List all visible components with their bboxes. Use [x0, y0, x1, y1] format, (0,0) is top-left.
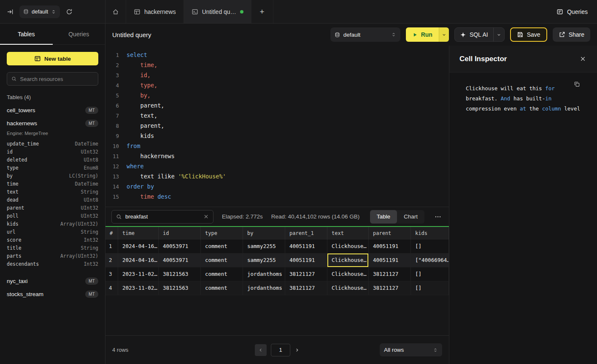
- sidebar-search[interactable]: [7, 72, 98, 86]
- table-cell[interactable]: 40051191: [285, 253, 327, 267]
- table-column-row[interactable]: kids Array(UInt32): [0, 220, 105, 228]
- column-header[interactable]: kids: [411, 227, 449, 240]
- table-cell[interactable]: comment: [201, 267, 243, 281]
- tab-home[interactable]: [105, 0, 126, 23]
- table-list-item[interactable]: cell_towers MT: [0, 104, 105, 117]
- queries-button[interactable]: Queries: [556, 0, 588, 23]
- run-button[interactable]: Run: [406, 27, 439, 42]
- table-list-item[interactable]: stocks_stream MT: [0, 288, 105, 301]
- table-cell[interactable]: 38121127: [369, 281, 411, 295]
- table-row[interactable]: 12024-04-16…40053971commentsammy22554005…: [105, 240, 449, 253]
- table-list-item[interactable]: nyc_taxi MT: [0, 275, 105, 288]
- sql-ai-button[interactable]: SQL AI: [455, 28, 493, 41]
- table-cell[interactable]: jordanthoms: [243, 281, 285, 295]
- share-button[interactable]: Share: [553, 27, 590, 42]
- sidebar-tab-queries[interactable]: Queries: [53, 24, 105, 44]
- table-column-row[interactable]: time DateTime: [0, 180, 105, 188]
- tab-untitled-query[interactable]: Untitled qu…: [184, 0, 251, 23]
- editor-line[interactable]: 3 id,: [110, 70, 449, 80]
- editor-line[interactable]: 13 text ilike '%ClickHouse%': [110, 171, 449, 181]
- page-size-selector[interactable]: All rows: [380, 343, 442, 356]
- results-search[interactable]: [111, 210, 213, 224]
- table-cell[interactable]: 2023-11-02…: [118, 281, 159, 295]
- table-cell[interactable]: []: [411, 267, 449, 281]
- column-header[interactable]: parent_1: [285, 227, 327, 240]
- close-inspector-button[interactable]: [580, 56, 586, 62]
- table-column-row[interactable]: title String: [0, 244, 105, 252]
- editor-line[interactable]: 5 by,: [110, 90, 449, 100]
- column-header[interactable]: #: [105, 227, 118, 240]
- column-header[interactable]: type: [201, 227, 243, 240]
- column-header[interactable]: id: [159, 227, 201, 240]
- table-column-row[interactable]: id UInt32: [0, 148, 105, 156]
- save-button[interactable]: Save: [510, 27, 547, 42]
- table-cell[interactable]: 38121127: [285, 267, 327, 281]
- editor-line[interactable]: 15 time desc: [110, 191, 449, 202]
- table-column-row[interactable]: update_time DateTime: [0, 140, 105, 148]
- editor-line[interactable]: 12 where: [110, 161, 449, 171]
- column-header[interactable]: parent: [369, 227, 411, 240]
- table-cell[interactable]: 40051191: [369, 253, 411, 267]
- table-cell[interactable]: 38121563: [159, 281, 201, 295]
- table-cell[interactable]: comment: [201, 281, 243, 295]
- editor-line[interactable]: 8 parent,: [110, 121, 449, 131]
- table-cell[interactable]: 2023-11-02…: [118, 267, 159, 281]
- sql-editor[interactable]: 1 select 2 time, 3 id, 4 type, 5 by, 6 p…: [105, 46, 449, 207]
- table-row[interactable]: 22024-04-16…40053971commentsammy22554005…: [105, 253, 449, 267]
- table-cell[interactable]: sammy2255: [243, 253, 285, 267]
- table-cell[interactable]: Clickhouse…: [327, 240, 369, 253]
- editor-line[interactable]: 1 select: [110, 50, 449, 60]
- column-header[interactable]: time: [118, 227, 159, 240]
- view-tab-chart[interactable]: Chart: [397, 210, 424, 224]
- sidebar-collapse-button[interactable]: [7, 8, 14, 15]
- sql-ai-caret[interactable]: [493, 28, 504, 41]
- table-cell[interactable]: comment: [201, 240, 243, 253]
- table-column-row[interactable]: score Int32: [0, 236, 105, 244]
- new-tab-button[interactable]: +: [251, 0, 273, 23]
- table-column-row[interactable]: parent UInt32: [0, 204, 105, 212]
- table-column-row[interactable]: url String: [0, 228, 105, 236]
- table-cell[interactable]: []: [411, 240, 449, 253]
- table-cell[interactable]: 38121127: [369, 267, 411, 281]
- editor-line[interactable]: 10 from: [110, 141, 449, 151]
- table-cell[interactable]: 38121563: [159, 267, 201, 281]
- table-list-item[interactable]: hackernews MT: [0, 117, 105, 130]
- results-more-button[interactable]: [433, 213, 443, 220]
- column-header[interactable]: text: [327, 227, 369, 240]
- column-header[interactable]: by: [243, 227, 285, 240]
- table-cell[interactable]: []: [411, 281, 449, 295]
- table-column-row[interactable]: deleted UInt8: [0, 156, 105, 164]
- editor-line[interactable]: 2 time,: [110, 60, 449, 70]
- table-cell[interactable]: jordanthoms: [243, 267, 285, 281]
- editor-line[interactable]: 7 text,: [110, 111, 449, 121]
- previous-page-button[interactable]: [255, 344, 267, 356]
- search-resources-input[interactable]: [20, 76, 94, 82]
- query-database-selector[interactable]: default: [330, 27, 400, 42]
- table-column-row[interactable]: text String: [0, 188, 105, 196]
- table-column-row[interactable]: type Enum8: [0, 164, 105, 172]
- table-cell[interactable]: comment: [201, 253, 243, 267]
- topbar-database-selector[interactable]: default: [19, 5, 60, 18]
- refresh-button[interactable]: [66, 8, 73, 15]
- page-number-input[interactable]: [271, 344, 290, 356]
- table-column-row[interactable]: poll UInt32: [0, 212, 105, 220]
- table-cell[interactable]: 2024-04-16…: [118, 240, 159, 253]
- sidebar-tab-tables[interactable]: Tables: [0, 24, 53, 44]
- selected-table-cell[interactable]: Clickhouse…: [327, 253, 369, 267]
- editor-line[interactable]: 14 order by: [110, 181, 449, 191]
- tab-hackernews[interactable]: hackernews: [126, 0, 184, 23]
- run-options-caret[interactable]: [439, 27, 449, 42]
- table-row[interactable]: 32023-11-02…38121563commentjordanthoms38…: [105, 267, 449, 281]
- new-table-button[interactable]: New table: [7, 52, 98, 65]
- table-cell[interactable]: ["40066964…: [411, 253, 449, 267]
- table-cell[interactable]: 38121127: [285, 281, 327, 295]
- table-column-row[interactable]: by LC(String): [0, 172, 105, 180]
- table-cell[interactable]: 40051191: [369, 240, 411, 253]
- table-column-row[interactable]: descendants Int32: [0, 260, 105, 268]
- editor-line[interactable]: 11 hackernews: [110, 151, 449, 161]
- table-cell[interactable]: Clickhouse…: [327, 267, 369, 281]
- table-cell[interactable]: 40053971: [159, 253, 201, 267]
- table-cell[interactable]: Clickhouse…: [327, 281, 369, 295]
- editor-line[interactable]: 9 kids: [110, 131, 449, 141]
- table-cell[interactable]: 40051191: [285, 240, 327, 253]
